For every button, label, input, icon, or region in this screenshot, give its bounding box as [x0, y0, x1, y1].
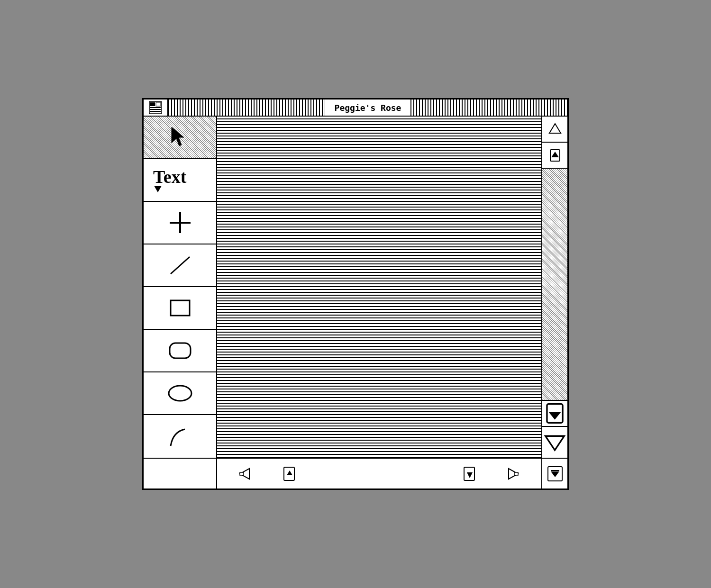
svg-marker-13 [549, 124, 561, 133]
scroll-up-button[interactable] [542, 117, 567, 143]
text-tool-label: Text [153, 168, 186, 186]
canvas-stripes [217, 117, 541, 458]
bottom-right-button[interactable] [541, 459, 567, 488]
arc-tool[interactable] [144, 415, 216, 458]
page-down-button[interactable] [542, 401, 567, 427]
main-area: Text [144, 117, 567, 458]
canvas-area[interactable] [217, 117, 541, 458]
svg-rect-4 [150, 109, 161, 110]
text-tool[interactable]: Text [144, 159, 216, 202]
svg-rect-2 [156, 102, 161, 106]
svg-marker-18 [546, 436, 565, 450]
window-title: Peggie's Rose [325, 103, 411, 113]
title-bar-stripes-right [410, 100, 567, 116]
bottom-spacer-3 [411, 461, 437, 487]
bottom-left-spacer [144, 459, 217, 488]
page-up-button[interactable] [542, 143, 567, 169]
rounded-rect-tool[interactable] [144, 330, 216, 372]
svg-rect-3 [150, 107, 161, 108]
bottom-area [144, 458, 567, 488]
bottom-toolbar [217, 459, 541, 488]
scroll-down-button[interactable] [542, 427, 567, 458]
svg-rect-11 [170, 343, 191, 358]
bottom-spacer-1 [321, 461, 347, 487]
text-cursor-icon [154, 186, 162, 192]
svg-rect-5 [150, 111, 161, 112]
page-left-button[interactable] [276, 461, 302, 487]
svg-rect-10 [171, 300, 190, 316]
bottom-spacer-2 [366, 461, 392, 487]
svg-marker-6 [172, 127, 184, 146]
svg-point-12 [169, 386, 191, 401]
crosshair-tool[interactable] [144, 202, 216, 244]
left-toolbar: Text [144, 117, 217, 458]
line-tool[interactable] [144, 244, 216, 287]
title-bar-stripes-left [168, 100, 325, 116]
back-button[interactable] [231, 461, 257, 487]
svg-rect-20 [240, 472, 244, 475]
rectangle-tool[interactable] [144, 287, 216, 330]
svg-rect-26 [514, 472, 518, 475]
forward-button[interactable] [501, 461, 527, 487]
svg-rect-1 [150, 102, 155, 106]
right-scrollbar [541, 117, 567, 458]
page-right-button[interactable] [456, 461, 482, 487]
scroll-track[interactable] [542, 169, 567, 401]
app-icon[interactable] [144, 99, 168, 116]
main-window: Peggie's Rose Text [142, 98, 569, 490]
oval-tool[interactable] [144, 372, 216, 415]
title-bar: Peggie's Rose [144, 100, 567, 117]
svg-line-9 [171, 257, 190, 274]
pointer-tool[interactable] [144, 117, 216, 159]
